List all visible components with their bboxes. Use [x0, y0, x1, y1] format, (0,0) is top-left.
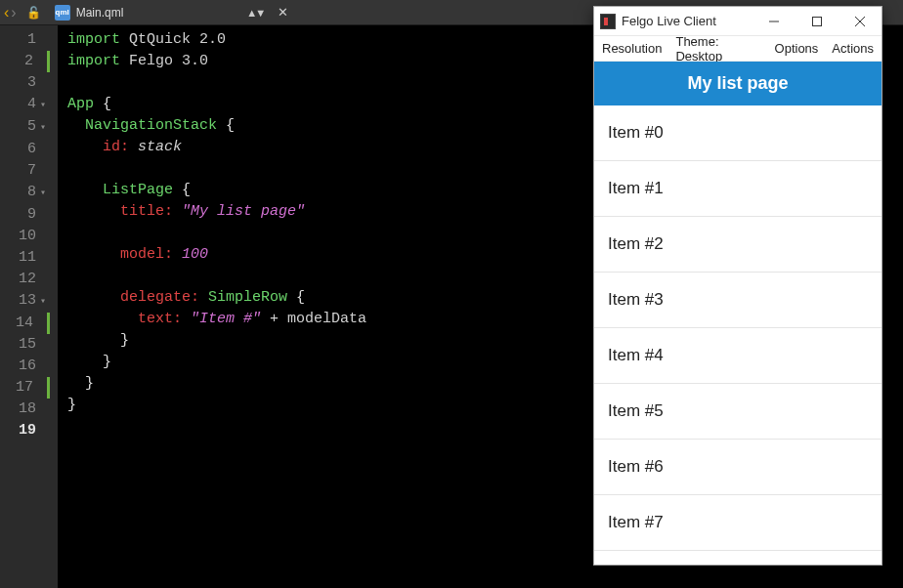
menu-options[interactable]: Options	[775, 41, 819, 56]
nav-forward-icon[interactable]: ›	[11, 5, 16, 21]
menu-resolution[interactable]: Resolution	[602, 41, 662, 56]
line-number: 6	[13, 139, 36, 160]
code-token: {	[217, 117, 235, 134]
code-token: {	[94, 96, 111, 112]
code-token	[67, 182, 103, 198]
line-gutter[interactable]: 1 2 3 4▾ 5▾ 6 7 8▾ 9 10 11 12 13▾ 14 15 …	[0, 25, 58, 588]
line-number: 7	[13, 160, 36, 182]
fold-marker[interactable]: ▾	[36, 95, 46, 116]
line-number: 10	[13, 226, 36, 247]
tab-filename: Main.qml	[76, 6, 124, 20]
line-number: 3	[13, 72, 36, 94]
svg-rect-1	[813, 17, 822, 25]
code-token	[67, 289, 120, 306]
list-item[interactable]: Item #7	[594, 495, 882, 551]
line-number: 11	[13, 247, 36, 269]
code-token	[67, 246, 120, 263]
line-number: 19	[13, 420, 36, 441]
code-token: import	[67, 31, 120, 48]
list-item[interactable]: Item #3	[594, 273, 882, 328]
tab-switcher-icon[interactable]: ▲▼	[240, 7, 270, 19]
window-title: Felgo Live Client	[622, 14, 752, 28]
code-token: QtQuick 2.0	[120, 31, 226, 48]
code-token	[67, 354, 103, 370]
window-titlebar[interactable]: Felgo Live Client	[594, 7, 882, 36]
code-token: + modelData	[261, 311, 366, 327]
code-token: }	[67, 397, 76, 413]
close-button[interactable]	[838, 7, 882, 36]
code-token	[67, 139, 103, 155]
line-number: 1	[13, 29, 36, 51]
code-token: delegate:	[120, 289, 199, 306]
line-number: 18	[13, 399, 36, 420]
code-token: {	[287, 289, 305, 306]
code-token: "My list page"	[173, 203, 305, 220]
line-number: 14	[10, 313, 33, 334]
window-controls	[752, 7, 882, 36]
list-item[interactable]: Item #0	[594, 105, 882, 161]
code-token	[67, 311, 138, 327]
code-token: {	[173, 182, 191, 198]
code-token: ListPage	[103, 182, 173, 198]
fold-marker[interactable]: ▾	[36, 183, 46, 204]
code-token	[67, 117, 85, 134]
code-token: import	[67, 53, 120, 69]
line-number: 17	[10, 377, 33, 399]
code-token: App	[67, 96, 94, 112]
code-token	[67, 332, 120, 349]
line-number: 4	[13, 94, 36, 115]
fold-marker[interactable]: ▾	[36, 291, 46, 313]
code-token: title:	[120, 203, 173, 220]
code-token: stack	[129, 139, 182, 155]
line-number: 9	[13, 204, 36, 226]
code-token: id:	[103, 139, 129, 155]
code-token: "Item #"	[182, 311, 261, 327]
lock-icon[interactable]: 🔓	[21, 6, 47, 20]
code-token: model:	[120, 246, 173, 263]
code-token: }	[103, 354, 111, 370]
nav-back-icon[interactable]: ‹	[4, 5, 9, 21]
line-number: 12	[13, 269, 36, 290]
line-number: 5	[13, 116, 36, 138]
code-token: SimpleRow	[199, 289, 287, 306]
code-token: 100	[173, 246, 208, 263]
code-token: }	[85, 375, 94, 392]
nav-arrows: ‹ ›	[0, 5, 21, 21]
line-number: 16	[13, 356, 36, 377]
list-item[interactable]: Item #2	[594, 217, 882, 273]
list-item[interactable]: Item #1	[594, 161, 882, 217]
code-token	[67, 203, 120, 220]
code-token: }	[120, 332, 129, 349]
line-number: 13	[13, 290, 36, 312]
felgo-live-client-window: Felgo Live Client Resolution Theme: Desk…	[593, 6, 882, 566]
list-item[interactable]: Item #5	[594, 384, 882, 440]
close-tab-icon[interactable]: ✕	[270, 5, 296, 20]
line-number: 8	[13, 182, 36, 203]
list-item[interactable]: Item #4	[594, 328, 882, 384]
code-token: NavigationStack	[85, 117, 217, 134]
menu-actions[interactable]: Actions	[832, 41, 874, 56]
code-token: Felgo 3.0	[120, 53, 208, 69]
client-menubar: Resolution Theme: Desktop Options Action…	[594, 36, 882, 62]
editor-tab[interactable]: qml Main.qml	[47, 0, 241, 24]
menu-theme[interactable]: Theme: Desktop	[675, 34, 760, 63]
qml-file-icon: qml	[55, 5, 70, 21]
line-number: 2	[10, 51, 33, 72]
line-number: 15	[13, 334, 36, 356]
code-token: text:	[138, 311, 182, 327]
app-icon	[600, 14, 616, 29]
list-view[interactable]: Item #0 Item #1 Item #2 Item #3 Item #4 …	[594, 105, 882, 565]
code-token	[67, 375, 85, 392]
minimize-button[interactable]	[752, 7, 796, 36]
list-item[interactable]: Item #6	[594, 440, 882, 495]
maximize-button[interactable]	[796, 7, 838, 36]
page-title: My list page	[594, 62, 882, 105]
fold-marker[interactable]: ▾	[36, 117, 46, 139]
